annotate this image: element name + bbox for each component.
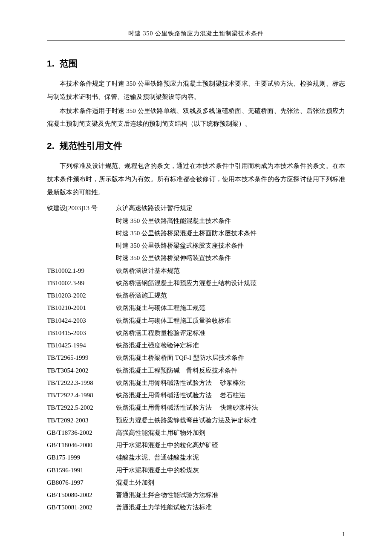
reference-code: TB10425-1994 xyxy=(47,339,116,352)
reference-row: 时速 350 公里铁路桥梁伸缩装置技术条件 xyxy=(47,252,345,264)
reference-code: TB10210-2001 xyxy=(47,302,116,314)
reference-row: GB1596-1991用于水泥和混凝土中的粉煤灰 xyxy=(47,464,345,477)
reference-desc: 高强高性能混凝土用矿物外加剂 xyxy=(116,427,345,439)
reference-desc: 普通混凝土力学性能试验方法标准 xyxy=(116,501,345,514)
reference-code: GB/T50080-2002 xyxy=(47,489,116,501)
reference-desc: 铁路混凝土用骨料碱活性试验方法 砂浆棒法 xyxy=(116,377,345,389)
reference-row: TB/T3054-2002铁路混凝土工程预防碱—骨料反应技术条件 xyxy=(47,364,345,377)
reference-desc: 用于水泥和混凝土中的粉煤灰 xyxy=(116,464,345,477)
reference-desc: 时速 350 公里铁路桥梁伸缩装置技术条件 xyxy=(116,252,345,264)
section-1-para: 本技术条件适用于时速 350 公里铁路单线、双线及多线道碴桥面、无碴桥面、先张法… xyxy=(47,104,345,131)
reference-row: 时速 350 公里铁路桥梁盆式橡胶支座技术条件 xyxy=(47,240,345,252)
section-2-title: 规范性引用文件 xyxy=(60,141,122,150)
reference-row: 铁建设[2003]13 号京沪高速铁路设计暂行规定 xyxy=(47,202,345,214)
reference-row: GB/T18736-2002高强高性能混凝土用矿物外加剂 xyxy=(47,427,345,439)
reference-desc: 混凝土外加剂 xyxy=(116,477,345,489)
reference-desc: 铁路桥涵设计基本规范 xyxy=(116,265,345,277)
reference-code: TB/T2965-1999 xyxy=(47,352,116,364)
reference-row: TB10002.3-99铁路桥涵钢筋混凝土和预应力混凝土结构设计规范 xyxy=(47,277,345,289)
reference-code: GB/T18736-2002 xyxy=(47,427,116,439)
reference-list: 铁建设[2003]13 号京沪高速铁路设计暂行规定 时速 350 公里铁路高性能… xyxy=(47,202,345,514)
reference-row: TB10425-1994铁路混凝土强度检验评定标准 xyxy=(47,339,345,352)
reference-desc: 铁路混凝土与砌体工程施工规范 xyxy=(116,302,345,314)
reference-code: TB10415-2003 xyxy=(47,327,116,339)
page-number: 1 xyxy=(342,531,345,538)
reference-code: 铁建设[2003]13 号 xyxy=(47,202,116,214)
reference-row: TB/T2092-2003预应力混凝土铁路梁静载弯曲试验方法及评定标准 xyxy=(47,414,345,427)
section-1-para: 本技术条件规定了时速 350 公里铁路预应力混凝土预制梁技术要求、主要试验方法、… xyxy=(47,77,345,104)
reference-row: GB175-1999硅酸盐水泥、普通硅酸盐水泥 xyxy=(47,451,345,464)
reference-desc: 铁路桥涵施工规范 xyxy=(116,289,345,302)
reference-desc: 时速 350 公里铁路高性能混凝土技术条件 xyxy=(116,215,345,227)
reference-code: GB1596-1991 xyxy=(47,464,116,477)
reference-row: TB10203-2002铁路桥涵施工规范 xyxy=(47,289,345,302)
section-1-heading: 1.范围 xyxy=(47,58,345,69)
reference-code xyxy=(47,252,116,264)
reference-row: 时速 350 公里铁路高性能混凝土技术条件 xyxy=(47,215,345,227)
section-1-number: 1. xyxy=(47,58,60,69)
reference-row: 时速 350 公里铁路桥梁混凝土桥面防水层技术条件 xyxy=(47,227,345,240)
reference-code xyxy=(47,215,116,227)
reference-row: TB10210-2001铁路混凝土与砌体工程施工规范 xyxy=(47,302,345,314)
reference-desc: 京沪高速铁路设计暂行规定 xyxy=(116,202,345,214)
reference-code: GB8076-1997 xyxy=(47,477,116,489)
reference-desc: 铁路桥涵钢筋混凝土和预应力混凝土结构设计规范 xyxy=(116,277,345,289)
reference-code: TB/T2922.5-2002 xyxy=(47,402,116,414)
reference-code: GB/T50081-2002 xyxy=(47,501,116,514)
reference-row: TB10424-2003铁路混凝土与砌体工程施工质量验收标准 xyxy=(47,315,345,327)
reference-code: TB/T2092-2003 xyxy=(47,414,116,427)
reference-row: TB/T2922.3-1998铁路混凝土用骨料碱活性试验方法 砂浆棒法 xyxy=(47,377,345,389)
reference-desc: 铁路混凝土强度检验评定标准 xyxy=(116,339,345,352)
reference-desc: 铁路桥涵工程质量检验评定标准 xyxy=(116,327,345,339)
section-2-number: 2. xyxy=(47,141,60,151)
reference-desc: 用于水泥和混凝土中的粒化高炉矿碴 xyxy=(116,439,345,451)
reference-desc: 时速 350 公里铁路桥梁盆式橡胶支座技术条件 xyxy=(116,240,345,252)
reference-code xyxy=(47,240,116,252)
reference-desc: 硅酸盐水泥、普通硅酸盐水泥 xyxy=(116,451,345,464)
reference-code: GB/T18046-2000 xyxy=(47,439,116,451)
reference-code: TB10203-2002 xyxy=(47,289,116,302)
reference-row: GB8076-1997混凝土外加剂 xyxy=(47,477,345,489)
reference-code: TB/T2922.3-1998 xyxy=(47,377,116,389)
reference-row: GB/T18046-2000用于水泥和混凝土中的粒化高炉矿碴 xyxy=(47,439,345,451)
reference-desc: 铁路混凝土桥梁桥面 TQF-I 型防水层技术条件 xyxy=(116,352,345,364)
reference-desc: 普通混凝土拌合物性能试验方法标准 xyxy=(116,489,345,501)
reference-code: TB/T3054-2002 xyxy=(47,364,116,377)
reference-desc: 铁路混凝土与砌体工程施工质量验收标准 xyxy=(116,315,345,327)
reference-row: GB/T50081-2002普通混凝土力学性能试验方法标准 xyxy=(47,501,345,514)
page-header-title: 时速 350 公里铁路预应力混凝土预制梁技术条件 xyxy=(47,30,345,40)
reference-row: TB/T2922.5-2002铁路混凝土用骨料碱活性试验方法 快速砂浆棒法 xyxy=(47,402,345,414)
reference-code: TB/T2922.4-1998 xyxy=(47,389,116,402)
section-1-title: 范围 xyxy=(60,58,78,68)
reference-code: GB175-1999 xyxy=(47,451,116,464)
reference-desc: 铁路混凝土用骨料碱活性试验方法 快速砂浆棒法 xyxy=(116,402,345,414)
reference-row: TB10002.1-99铁路桥涵设计基本规范 xyxy=(47,265,345,277)
reference-desc: 预应力混凝土铁路梁静载弯曲试验方法及评定标准 xyxy=(116,414,345,427)
reference-row: GB/T50080-2002普通混凝土拌合物性能试验方法标准 xyxy=(47,489,345,501)
reference-desc: 时速 350 公里铁路桥梁混凝土桥面防水层技术条件 xyxy=(116,227,345,240)
reference-code xyxy=(47,227,116,240)
reference-code: TB10002.3-99 xyxy=(47,277,116,289)
reference-row: TB10415-2003铁路桥涵工程质量检验评定标准 xyxy=(47,327,345,339)
reference-code: TB10424-2003 xyxy=(47,315,116,327)
reference-desc: 铁路混凝土用骨料碱活性试验方法 岩石柱法 xyxy=(116,389,345,402)
reference-desc: 铁路混凝土工程预防碱—骨料反应技术条件 xyxy=(116,364,345,377)
reference-code: TB10002.1-99 xyxy=(47,265,116,277)
reference-row: TB/T2965-1999铁路混凝土桥梁桥面 TQF-I 型防水层技术条件 xyxy=(47,352,345,364)
section-2-heading: 2.规范性引用文件 xyxy=(47,140,345,152)
reference-row: TB/T2922.4-1998铁路混凝土用骨料碱活性试验方法 岩石柱法 xyxy=(47,389,345,402)
section-2-para: 下列标准及设计规范、规程包含的条文，通过在本技术条件中引用而构成为本技术条件的条… xyxy=(47,159,345,199)
